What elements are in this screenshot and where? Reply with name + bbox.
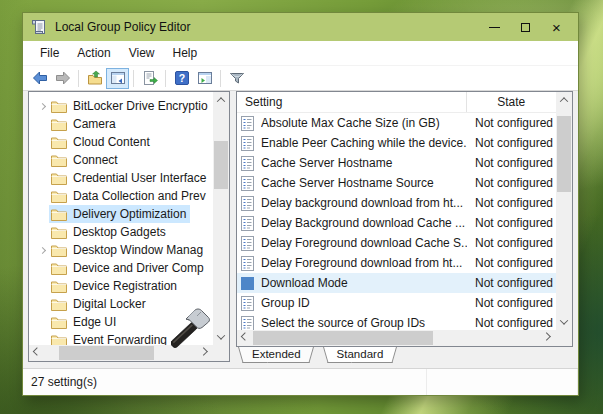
maximize-icon — [521, 23, 530, 32]
toolbar-separator — [78, 70, 79, 87]
policy-icon — [241, 296, 254, 311]
tree-item-cloud-content[interactable]: Cloud Content — [29, 133, 213, 151]
list-item[interactable]: Delay Background download Cache ... Not … — [237, 213, 556, 233]
scrollbar-corner — [556, 330, 572, 346]
filter-button[interactable] — [225, 68, 248, 89]
list-item[interactable]: Delay Foreground download Cache S... Not… — [237, 233, 556, 253]
scroll-left-arrow[interactable] — [237, 330, 253, 346]
setting-name: Download Mode — [261, 276, 467, 290]
list-item-selected[interactable]: Download Mode Not configured — [237, 273, 556, 293]
tree-item-bitlocker[interactable]: BitLocker Drive Encryptio — [29, 97, 213, 115]
setting-name: Delay Foreground download from ht... — [261, 256, 467, 270]
tree-item-label: Credential User Interface — [73, 171, 206, 185]
tree-item-credential-ui[interactable]: Credential User Interface — [29, 169, 213, 187]
tree-item-digital-locker[interactable]: Digital Locker — [29, 295, 213, 313]
tree-item-desktop-gadgets[interactable]: Desktop Gadgets — [29, 223, 213, 241]
forward-icon — [55, 70, 71, 86]
list-horizontal-scrollbar[interactable] — [237, 330, 556, 346]
list-header: Setting State — [237, 92, 556, 113]
tree-item-device-driver-compat[interactable]: Device and Driver Comp — [29, 259, 213, 277]
setting-name: Select the source of Group IDs — [261, 316, 467, 330]
scrollbar-thumb[interactable] — [214, 141, 228, 189]
setting-state: Not configured — [467, 236, 553, 250]
scroll-right-arrow[interactable] — [197, 345, 213, 361]
title-bar[interactable]: Local Group Policy Editor × — [23, 13, 578, 41]
scrollbar-thumb[interactable] — [253, 331, 433, 345]
folder-icon — [51, 226, 67, 239]
scrollbar-thumb[interactable] — [59, 346, 154, 360]
forward-button[interactable] — [51, 68, 74, 89]
list-item[interactable]: Cache Server Hostname Source Not configu… — [237, 173, 556, 193]
tree-item-data-collection[interactable]: Data Collection and Prev — [29, 187, 213, 205]
tab-standard[interactable]: Standard — [323, 347, 398, 363]
list-item[interactable]: Group ID Not configured — [237, 293, 556, 313]
help-icon: ? — [174, 70, 190, 86]
maximize-button[interactable] — [510, 13, 541, 41]
tree-item-dwm[interactable]: Desktop Window Manag — [29, 241, 213, 259]
tree-item-label: Cloud Content — [73, 135, 150, 149]
tree-item-camera[interactable]: Camera — [29, 115, 213, 133]
list-item[interactable]: Delay Foreground download from ht... Not… — [237, 253, 556, 273]
setting-name: Cache Server Hostname — [261, 156, 467, 170]
scroll-left-arrow[interactable] — [29, 345, 45, 361]
tab-label: Standard — [337, 348, 384, 360]
status-dividers — [276, 369, 578, 395]
menu-help[interactable]: Help — [164, 43, 207, 63]
list-vertical-scrollbar[interactable] — [556, 92, 572, 330]
list-item[interactable]: Delay background download from ht... Not… — [237, 193, 556, 213]
scrollbar-thumb[interactable] — [557, 116, 571, 192]
policy-icon — [241, 216, 254, 231]
chevron-right-icon[interactable] — [35, 104, 49, 109]
menu-view[interactable]: View — [120, 43, 164, 63]
policy-icon — [241, 116, 254, 131]
folder-icon — [51, 334, 67, 346]
policy-icon — [241, 316, 254, 331]
tree-horizontal-scrollbar[interactable] — [29, 345, 213, 361]
scroll-down-arrow[interactable] — [556, 314, 572, 330]
show-action-pane-button[interactable] — [193, 68, 216, 89]
tree-item-connect[interactable]: Connect — [29, 151, 213, 169]
tree-item-delivery-optimization[interactable]: Delivery Optimization — [29, 205, 213, 223]
folder-icon — [51, 262, 67, 275]
menu-action[interactable]: Action — [68, 43, 119, 63]
tree-item-edge-ui[interactable]: Edge UI — [29, 313, 213, 331]
list-item[interactable]: Select the source of Group IDs Not confi… — [237, 313, 556, 330]
list-item[interactable]: Cache Server Hostname Not configured — [237, 153, 556, 173]
export-list-button[interactable] — [138, 68, 161, 89]
back-button[interactable] — [28, 68, 51, 89]
chevron-right-icon[interactable] — [35, 248, 49, 253]
setting-state: Not configured — [467, 316, 553, 330]
column-header-state[interactable]: State — [466, 92, 556, 112]
tree-item-event-forwarding[interactable]: Event Forwarding — [29, 331, 213, 345]
tree-item-label: BitLocker Drive Encryptio — [73, 99, 208, 113]
list-item[interactable]: Enable Peer Caching while the device... … — [237, 133, 556, 153]
console-tree-pane: BitLocker Drive Encryptio Camera Cloud C… — [28, 91, 230, 362]
folder-icon — [51, 118, 67, 131]
tree-item-label: Digital Locker — [73, 297, 146, 311]
scroll-up-arrow[interactable] — [213, 92, 229, 108]
folder-icon — [51, 280, 67, 293]
menu-file[interactable]: File — [31, 43, 68, 63]
setting-state: Not configured — [467, 276, 553, 290]
tree-item-label: Data Collection and Prev — [73, 189, 206, 203]
tab-label: Extended — [252, 348, 301, 360]
tab-extended[interactable]: Extended — [238, 347, 315, 363]
up-one-level-button[interactable] — [83, 68, 106, 89]
list-item[interactable]: Absolute Max Cache Size (in GB) Not conf… — [237, 113, 556, 133]
folder-icon — [51, 298, 67, 311]
help-button[interactable]: ? — [170, 68, 193, 89]
show-console-tree-button[interactable] — [106, 68, 129, 89]
scroll-up-arrow[interactable] — [556, 92, 572, 108]
scroll-right-arrow[interactable] — [540, 330, 556, 346]
setting-name: Absolute Max Cache Size (in GB) — [261, 116, 467, 130]
setting-state: Not configured — [467, 216, 553, 230]
folder-icon — [51, 136, 67, 149]
action-pane-icon — [197, 70, 213, 86]
tree-item-device-registration[interactable]: Device Registration — [29, 277, 213, 295]
setting-name: Group ID — [261, 296, 467, 310]
tree-vertical-scrollbar[interactable] — [213, 92, 229, 345]
column-header-setting[interactable]: Setting — [237, 95, 466, 109]
minimize-button[interactable] — [479, 13, 510, 41]
scroll-down-arrow[interactable] — [213, 329, 229, 345]
close-button[interactable]: × — [541, 13, 572, 41]
